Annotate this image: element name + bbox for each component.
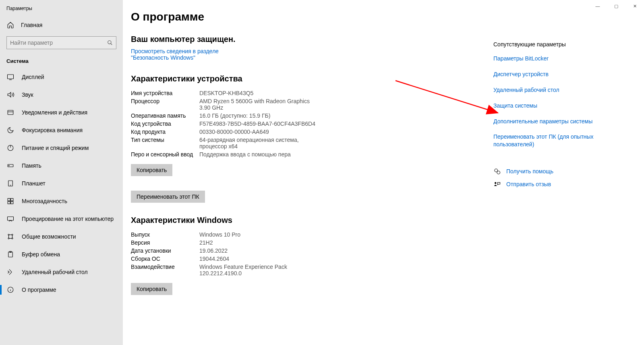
spec-row: Имя устройстваDESKTOP-KHB43Q5 [131, 89, 493, 97]
sidebar-item-label: Фокусировка внимания [22, 127, 83, 133]
home-button[interactable]: Главная [0, 17, 123, 33]
sidebar-item-label: Питание и спящий режим [22, 145, 89, 151]
svg-point-18 [8, 234, 9, 235]
power-icon [6, 144, 14, 152]
svg-point-32 [497, 171, 500, 174]
sidebar-item-projecting[interactable]: Проецирование на этот компьютер [0, 210, 123, 228]
storage-icon [6, 162, 14, 170]
main-area: О программе Ваш компьютер защищен. Просм… [123, 0, 644, 345]
sidebar-item-sound[interactable]: Звук [0, 86, 123, 104]
page-title: О программе [131, 10, 493, 23]
link-remote-desktop[interactable]: Удаленный рабочий стол [493, 86, 619, 94]
spec-row: Сборка ОС19044.2604 [131, 255, 493, 263]
content: О программе Ваш компьютер защищен. Просм… [123, 0, 493, 345]
window-title: Параметры [0, 0, 123, 17]
minimize-button[interactable]: — [588, 0, 607, 12]
sidebar-item-clipboard[interactable]: Буфер обмена [0, 245, 123, 263]
link-device-manager[interactable]: Диспетчер устройств [493, 71, 619, 78]
sidebar-item-multitasking[interactable]: Многозадачность [0, 192, 123, 210]
search-input[interactable] [10, 39, 107, 46]
sidebar-item-tablet[interactable]: Планшет [0, 175, 123, 192]
svg-rect-14 [11, 198, 13, 201]
sound-icon [6, 91, 14, 99]
shared-icon [6, 233, 14, 241]
svg-rect-16 [11, 202, 13, 204]
notification-icon [6, 108, 14, 116]
spec-row: ВыпускWindows 10 Pro [131, 231, 493, 239]
link-advanced-system[interactable]: Дополнительные параметры системы [493, 118, 619, 125]
info-icon [6, 286, 14, 294]
window-controls: — ▢ ✕ [588, 0, 644, 12]
feedback-icon [493, 181, 501, 188]
sidebar-item-label: Многозадачность [22, 198, 67, 204]
windows-spec-heading: Характеристики Windows [131, 216, 493, 225]
search-icon [107, 40, 113, 46]
home-icon [6, 21, 14, 29]
spec-row: ПроцессорAMD Ryzen 5 5600G with Radeon G… [131, 97, 493, 112]
get-help-label: Получить помощь [506, 168, 553, 175]
spec-row: ВзаимодействиеWindows Feature Experience… [131, 263, 493, 277]
sidebar-item-remote[interactable]: Удаленный рабочий стол [0, 263, 123, 281]
security-link[interactable]: Просмотреть сведения в разделе "Безопасн… [131, 48, 252, 61]
spec-row: Перо и сенсорный вводПоддержка ввода с п… [131, 150, 493, 158]
rename-button[interactable]: Переименовать этот ПК [131, 191, 205, 203]
sidebar-item-label: Общие возможности [22, 233, 76, 240]
link-system-protection[interactable]: Защита системы [493, 102, 619, 110]
device-spec-heading: Характеристики устройства [131, 74, 493, 83]
svg-point-21 [12, 238, 13, 239]
sidebar-item-display[interactable]: Дисплей [0, 68, 123, 86]
svg-line-1 [111, 44, 112, 45]
spec-row: Тип системы64-разрядная операционная сис… [131, 136, 493, 150]
sidebar-item-storage[interactable]: Память [0, 157, 123, 175]
sidebar-item-power[interactable]: Питание и спящий режим [0, 139, 123, 157]
sidebar-item-label: Дисплей [22, 74, 44, 80]
spec-row: Версия21H2 [131, 239, 493, 247]
help-icon [493, 168, 501, 175]
svg-rect-5 [8, 110, 13, 115]
svg-point-20 [8, 238, 9, 239]
sidebar-item-label: Буфер обмена [22, 251, 60, 258]
sidebar-item-focus[interactable]: Фокусировка внимания [0, 121, 123, 139]
spec-row: Код устройстваF57E4983-7B5D-4859-BAA7-60… [131, 120, 493, 128]
link-bitlocker[interactable]: Параметры BitLocker [493, 55, 619, 62]
tablet-icon [6, 179, 14, 187]
display-icon [6, 73, 14, 81]
spec-row: Дата установки19.06.2022 [131, 247, 493, 255]
search-input-wrapper[interactable] [6, 36, 116, 49]
sidebar-item-label: Звук [22, 91, 33, 98]
home-label: Главная [21, 22, 42, 28]
sidebar-item-label: Удаленный рабочий стол [22, 269, 88, 275]
svg-rect-2 [8, 75, 14, 79]
get-help-link[interactable]: Получить помощь [493, 168, 619, 175]
sidebar-item-label: Память [22, 162, 41, 169]
section-header: Система [0, 54, 123, 68]
sidebar-item-notifications[interactable]: Уведомления и действия [0, 104, 123, 121]
svg-marker-4 [8, 92, 11, 97]
sidebar-item-label: Планшет [22, 180, 46, 187]
sidebar-item-label: Уведомления и действия [22, 109, 87, 116]
protected-text: Ваш компьютер защищен. [131, 35, 493, 44]
sidebar-item-about[interactable]: О программе [0, 281, 123, 299]
svg-point-19 [12, 234, 13, 235]
close-button[interactable]: ✕ [625, 0, 644, 12]
sidebar-item-shared[interactable]: Общие возможности [0, 228, 123, 245]
svg-point-33 [495, 182, 497, 184]
sidebar-item-label: Проецирование на этот компьютер [22, 216, 114, 222]
link-rename-advanced[interactable]: Переименовать этот ПК (для опытных польз… [493, 133, 619, 148]
svg-rect-17 [8, 217, 14, 220]
svg-point-10 [9, 165, 10, 166]
remote-icon [6, 268, 14, 276]
maximize-button[interactable]: ▢ [607, 0, 625, 12]
right-panel: Сопутствующие параметры Параметры BitLoc… [493, 0, 630, 345]
svg-rect-15 [8, 202, 10, 204]
copy-device-button[interactable]: Копировать [131, 164, 172, 176]
spec-row: Оперативная память16.0 ГБ (доступно: 15.… [131, 112, 493, 120]
projecting-icon [6, 215, 14, 223]
focus-icon [6, 126, 14, 134]
feedback-link[interactable]: Отправить отзыв [493, 181, 619, 188]
sidebar-item-label: О программе [22, 287, 56, 293]
clipboard-icon [6, 250, 14, 258]
device-spec-table: Имя устройстваDESKTOP-KHB43Q5 ПроцессорA… [131, 89, 493, 158]
copy-windows-button[interactable]: Копировать [131, 283, 172, 295]
spec-row: Код продукта00330-80000-00000-AA649 [131, 128, 493, 136]
